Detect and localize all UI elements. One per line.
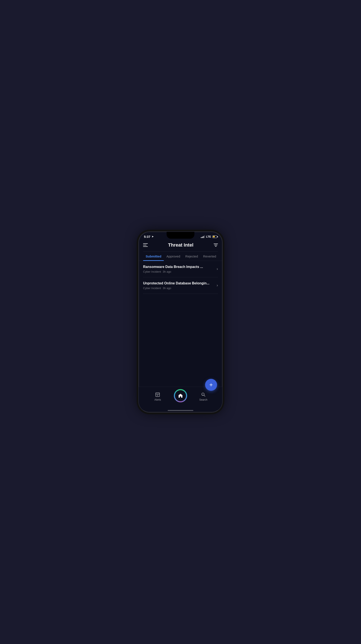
lte-label: LTE (206, 235, 211, 238)
chevron-right-icon: › (217, 283, 218, 288)
page-title: Threat Intel (168, 242, 194, 248)
filter-button[interactable] (214, 244, 218, 246)
add-button[interactable]: + (205, 379, 217, 391)
location-icon: ➤ (152, 235, 154, 238)
list-item-category-1: Cyber Incident (143, 270, 161, 273)
app-content: Threat Intel Submitted Approved Rejected… (139, 240, 222, 412)
tab-bar: Submitted Approved Rejected Reverted (139, 252, 222, 261)
battery-fill (213, 236, 215, 238)
signal-bar-3 (203, 236, 204, 238)
plus-icon: + (209, 382, 213, 388)
list-item-time-1: 3h ago (163, 270, 171, 273)
battery-indicator (212, 236, 217, 238)
menu-button[interactable] (143, 243, 148, 247)
menu-line-3 (143, 246, 148, 247)
signal-bar-4 (204, 236, 205, 238)
list-item-meta-2: Cyber Incident 3h ago (143, 286, 214, 290)
list-item[interactable]: Ransomware Data Breach Impacts ... Cyber… (143, 261, 218, 277)
phone-frame: 5:37 ➤ LTE T (139, 232, 222, 412)
svg-line-6 (202, 395, 203, 395)
list-item-content-1: Ransomware Data Breach Impacts ... Cyber… (143, 265, 214, 273)
threat-list: Ransomware Data Breach Impacts ... Cyber… (139, 261, 222, 387)
signal-bars (201, 236, 205, 238)
status-time: 5:37 (144, 235, 150, 238)
tab-approved[interactable]: Approved (164, 252, 183, 261)
list-item-meta-1: Cyber Incident 3h ago (143, 270, 214, 273)
list-item-title-2: Unprotected Online Database Belongin... (143, 281, 214, 286)
search-icon (201, 392, 206, 398)
battery-icon (212, 236, 217, 238)
signal-bar-1 (201, 237, 201, 238)
app-header: Threat Intel (139, 240, 222, 251)
list-item[interactable]: Unprotected Online Database Belongin... … (143, 277, 218, 294)
tab-submitted[interactable]: Submitted (143, 252, 164, 261)
status-right: LTE (201, 235, 217, 238)
list-item-title-1: Ransomware Data Breach Impacts ... (143, 265, 214, 269)
search-label: Search (199, 398, 207, 401)
chevron-right-icon: › (217, 267, 218, 271)
list-item-content-2: Unprotected Online Database Belongin... … (143, 281, 214, 290)
alerts-label: Alerts (154, 398, 161, 401)
tab-reverted[interactable]: Reverted (201, 252, 219, 261)
home-icon (178, 393, 183, 398)
alerts-icon (155, 392, 160, 398)
nav-item-alerts[interactable]: Alerts (151, 392, 164, 401)
menu-line-1 (143, 243, 148, 244)
list-item-time-2: 3h ago (163, 286, 171, 290)
home-button-inner (175, 390, 186, 401)
filter-line-3 (215, 246, 217, 246)
home-indicator (168, 410, 193, 411)
notch (167, 232, 194, 239)
home-button-ring (174, 389, 187, 402)
list-item-category-2: Cyber Incident (143, 286, 161, 290)
status-left: 5:37 ➤ (144, 235, 154, 238)
filter-line-2 (214, 245, 217, 245)
menu-line-2 (143, 245, 147, 245)
svg-rect-0 (156, 393, 160, 396)
filter-line-1 (214, 244, 218, 244)
signal-bar-2 (202, 237, 203, 238)
nav-item-search[interactable]: Search (197, 392, 210, 401)
svg-line-5 (204, 395, 205, 396)
tab-rejected[interactable]: Rejected (183, 252, 201, 261)
